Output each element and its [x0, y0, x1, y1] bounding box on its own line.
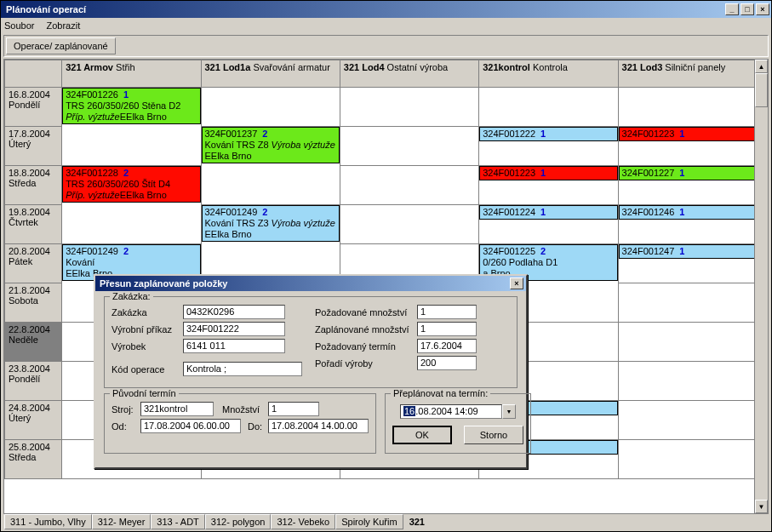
col-4[interactable]: 321 Lod3 Silniční panely	[618, 60, 757, 88]
group-original-term: Původní termín Stroj: 321kontrol Množstv…	[104, 393, 376, 454]
toolbar-operations-button[interactable]: Operace/ zaplánované	[6, 37, 116, 54]
operation-item[interactable]: 324F0012231	[479, 166, 617, 180]
product-field[interactable]: 6141 011	[183, 339, 285, 353]
tab-313[interactable]: 313 - ADT	[151, 514, 205, 529]
dialog-titlebar: Přesun zaplánované položky ×	[95, 276, 526, 291]
vertical-scrollbar[interactable]: ▲ ▼	[754, 60, 768, 513]
day-cell[interactable]: 21.8.2004Sobota	[5, 283, 62, 323]
group-order: Zakázka: Zakázka0432K0296 Výrobní příkaz…	[104, 296, 518, 388]
day-cell[interactable]: 22.8.2004Neděle	[5, 323, 62, 362]
operation-item[interactable]: 324F0012261 TRS 260/350/260 Stěna D2 Pří…	[62, 88, 200, 124]
day-cell[interactable]: 18.8.2004Středa	[5, 166, 62, 205]
reschedule-dialog: Přesun zaplánované položky × Zakázka: Za…	[94, 274, 528, 469]
qty-field[interactable]: 1	[268, 402, 319, 416]
reschedule-datetime[interactable]: 16.08.2004 14:09 ▼	[400, 404, 516, 419]
day-cell[interactable]: 17.8.2004Úterý	[5, 127, 62, 166]
order-field[interactable]: 0432K0296	[183, 305, 285, 319]
operation-item[interactable]: 324F0012471	[619, 244, 757, 259]
tab-312-meyer[interactable]: 312- Meyer	[92, 514, 152, 529]
scroll-up-icon[interactable]: ▲	[755, 60, 768, 73]
menu-file[interactable]: Soubor	[4, 20, 34, 31]
from-field[interactable]: 17.08.2004 06.00.00	[140, 419, 241, 433]
col-1[interactable]: 321 Lod1a Svařování armatur	[201, 60, 340, 88]
operation-item[interactable]: 324F0012282 TRS 260/350/260 Štít D4 Příp…	[62, 166, 200, 203]
seq-field[interactable]: 200	[417, 356, 477, 370]
operation-item[interactable]: 324F0012372 Kování TRS Z8 Výroba výztuže…	[202, 127, 340, 163]
qty-plan-field[interactable]: 1	[417, 322, 477, 336]
operation-item[interactable]: 324F0012271	[619, 166, 757, 180]
titlebar: Plánování operací _ □ ×	[1, 1, 771, 18]
day-cell[interactable]: 19.8.2004Čtvrtek	[5, 205, 62, 244]
operation-item[interactable]: 324F0012241	[479, 205, 617, 220]
operation-item[interactable]: 324F0012492 Kování TRS Z3 Výroba výztuže…	[202, 205, 340, 242]
col-3[interactable]: 321kontrol Kontrola	[479, 60, 618, 88]
day-cell[interactable]: 16.8.2004Pondělí	[5, 88, 62, 127]
tab-311[interactable]: 311 - Jumbo, Vlhy	[4, 514, 92, 529]
maximize-button[interactable]: □	[741, 3, 754, 15]
dialog-close-button[interactable]: ×	[510, 277, 523, 289]
scroll-down-icon[interactable]: ▼	[755, 500, 768, 513]
header-row: 321 Armov Střih 321 Lod1a Svařování arma…	[5, 60, 758, 88]
ok-button[interactable]: OK	[392, 426, 452, 444]
scroll-thumb[interactable]	[755, 73, 768, 107]
chevron-down-icon[interactable]: ▼	[502, 404, 516, 419]
day-cell[interactable]: 25.8.2004Středa	[5, 440, 62, 479]
operation-item[interactable]: 324F0012231	[619, 127, 757, 141]
prod-order-field[interactable]: 324F001222	[183, 322, 285, 336]
tab-312-polygon[interactable]: 312- polygon	[205, 514, 272, 529]
menu-view[interactable]: Zobrazit	[46, 20, 80, 31]
term-req-field[interactable]: 17.6.2004	[417, 339, 477, 353]
operation-item[interactable]: 324F0012461	[619, 205, 757, 220]
day-cell[interactable]: 23.8.2004Pondělí	[5, 362, 62, 401]
machine-field[interactable]: 321kontrol	[140, 402, 214, 416]
qty-req-field[interactable]: 1	[417, 305, 477, 319]
cancel-button[interactable]: Storno	[464, 426, 523, 444]
opcode-field[interactable]: Kontrola ;	[183, 362, 302, 376]
dialog-title: Přesun zaplánované položky	[98, 278, 510, 289]
group-reschedule: Přeplánovat na termín: 16.08.2004 14:09 …	[385, 393, 531, 454]
day-cell[interactable]: 20.8.2004Pátek	[5, 244, 62, 283]
day-cell[interactable]: 24.8.2004Úterý	[5, 401, 62, 440]
menubar: Soubor Zobrazit	[1, 18, 771, 33]
close-button[interactable]: ×	[756, 3, 769, 15]
to-field[interactable]: 17.08.2004 14.00.00	[268, 419, 369, 433]
minimize-button[interactable]: _	[725, 3, 739, 15]
operation-item[interactable]: 324F0012221	[479, 127, 617, 141]
col-2[interactable]: 321 Lod4 Ostatní výroba	[340, 60, 478, 88]
tab-312-vebeko[interactable]: 312- Vebeko	[271, 514, 335, 529]
col-0[interactable]: 321 Armov Střih	[62, 60, 201, 88]
toolbar: Operace/ zaplánované	[3, 35, 769, 57]
tab-321[interactable]: 321	[403, 514, 431, 529]
tab-spiroly[interactable]: Spiroly Kuřim	[335, 514, 403, 529]
sheet-tabs: 311 - Jumbo, Vlhy 312- Meyer 313 - ADT 3…	[1, 514, 771, 531]
window-title: Plánování operací	[3, 4, 725, 14]
